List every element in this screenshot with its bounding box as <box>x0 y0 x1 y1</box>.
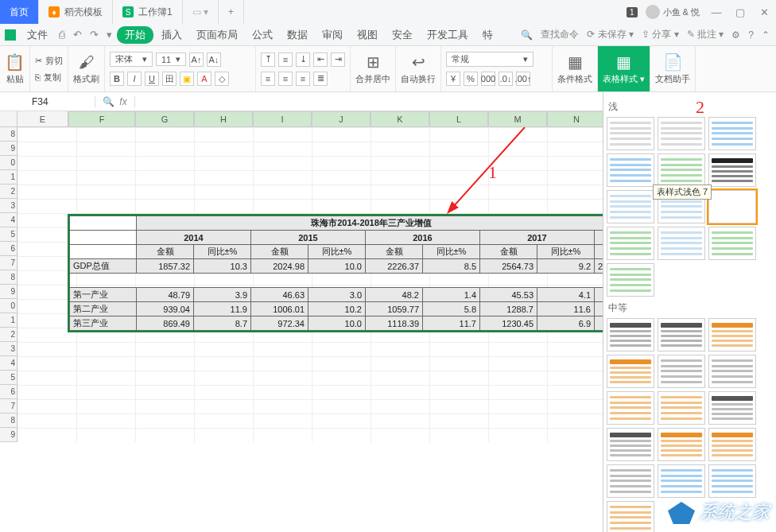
col-header-E[interactable]: E <box>17 111 68 127</box>
row-header[interactable]: 1 <box>0 170 17 184</box>
table-cell[interactable]: 8.5 <box>423 259 480 274</box>
row-header[interactable]: 4 <box>0 213 17 227</box>
search-icon[interactable]: 🔍 <box>521 29 533 41</box>
menu-special[interactable]: 特 <box>476 26 499 44</box>
increase-font-button[interactable]: A↑ <box>189 52 204 67</box>
table-cell[interactable]: 4.1 <box>537 288 595 302</box>
table-cell[interactable]: 48.2 <box>366 288 423 302</box>
table-cell[interactable]: 3.0 <box>308 288 366 302</box>
table-cell[interactable]: 3.9 <box>194 288 251 302</box>
table-cell[interactable]: 2564.73 <box>480 259 537 274</box>
decrease-decimal-button[interactable]: .0↓ <box>499 72 513 86</box>
table-style-swatch[interactable] <box>708 464 756 498</box>
thousands-button[interactable]: 000 <box>481 72 495 86</box>
name-box[interactable]: F34 <box>0 96 95 107</box>
notification-badge[interactable]: 1 <box>627 7 638 17</box>
table-style-swatch[interactable] <box>708 355 756 388</box>
table-cell[interactable]: 10.0 <box>308 259 366 274</box>
table-cell[interactable]: 2226.37 <box>366 259 423 274</box>
row-header[interactable]: 9 <box>0 285 17 299</box>
table-cell[interactable]: 1230.45 <box>480 316 537 331</box>
menu-pagelayout[interactable]: 页面布局 <box>190 26 244 44</box>
table-style-swatch[interactable] <box>607 318 654 351</box>
table-style-swatch[interactable] <box>708 117 756 150</box>
table-cell[interactable]: 1118.39 <box>366 316 423 331</box>
minimize-icon[interactable]: — <box>704 6 728 18</box>
unsaved-indicator[interactable]: ⟳ 未保存 ▾ <box>587 28 634 41</box>
row-header[interactable]: 8 <box>0 127 17 142</box>
table-cell[interactable]: 10.2 <box>308 302 366 316</box>
menu-formula[interactable]: 公式 <box>246 26 279 44</box>
col-header-H[interactable]: H <box>194 111 253 127</box>
table-cell[interactable]: 9.2 <box>537 259 595 274</box>
menu-start[interactable]: 开始 <box>117 26 153 44</box>
col-header-N[interactable]: N <box>547 111 606 127</box>
table-style-swatch[interactable] <box>607 391 654 425</box>
row-header[interactable]: 3 <box>0 342 17 356</box>
table-cell[interactable]: 10.0 <box>308 316 366 331</box>
table-style-swatch[interactable] <box>607 464 654 498</box>
percent-button[interactable]: % <box>464 72 478 86</box>
row-header[interactable]: 3 <box>0 199 17 213</box>
italic-button[interactable]: I <box>127 72 142 86</box>
row-header[interactable]: 6 <box>0 242 17 256</box>
cut-button[interactable]: ✂ 剪切 <box>35 53 63 68</box>
align-bottom-button[interactable]: ⤓ <box>296 52 310 67</box>
col-header-G[interactable]: G <box>135 111 194 127</box>
tab-workbook[interactable]: S工作簿1 <box>113 0 183 24</box>
bold-button[interactable]: B <box>110 72 124 86</box>
tab-daoketemplate[interactable]: ♦稻壳模板 <box>39 0 113 24</box>
menu-security[interactable]: 安全 <box>386 26 419 44</box>
table-style-swatch[interactable] <box>708 153 756 187</box>
indent-increase-button[interactable]: ⇥ <box>331 52 345 67</box>
currency-button[interactable]: ¥ <box>446 72 460 86</box>
table-style-swatch[interactable] <box>708 391 756 425</box>
table-style-swatch[interactable] <box>658 355 705 388</box>
table-style-swatch[interactable] <box>607 190 654 223</box>
table-cell[interactable]: 1006.01 <box>251 302 308 316</box>
fx-icon[interactable]: fx <box>119 96 126 107</box>
comment-button[interactable]: ✎ 批注 ▾ <box>687 28 724 41</box>
data-table[interactable]: 珠海市2014-2018年三产业增值 2014 2015 2016 2017 金… <box>68 214 608 332</box>
align-left-button[interactable]: ≡ <box>261 72 275 86</box>
close-icon[interactable]: ✕ <box>752 6 776 18</box>
table-style-swatch[interactable] <box>658 117 705 150</box>
maximize-icon[interactable]: ▢ <box>728 6 752 18</box>
tab-home[interactable]: 首页 <box>0 0 39 24</box>
row-header[interactable]: 0 <box>0 299 17 313</box>
number-format-select[interactable]: 常规▾ <box>446 52 534 67</box>
indent-decrease-button[interactable]: ⇤ <box>313 52 328 67</box>
row-header[interactable]: 1 <box>0 313 17 328</box>
table-style-swatch[interactable] <box>708 227 756 260</box>
border-button[interactable]: 田 <box>162 72 177 86</box>
col-header-F[interactable]: F <box>68 111 135 127</box>
row-header[interactable]: 4 <box>0 356 17 371</box>
effects-button[interactable]: ◇ <box>215 72 229 86</box>
table-cell[interactable]: 46.63 <box>251 288 308 302</box>
decrease-font-button[interactable]: A↓ <box>207 52 221 67</box>
table-style-button[interactable]: ▦表格样式 ▾ <box>598 46 650 91</box>
table-cell[interactable]: 939.04 <box>137 302 194 316</box>
table-style-swatch[interactable] <box>607 227 654 260</box>
row-header[interactable]: 0 <box>0 156 17 170</box>
row-header[interactable]: 2 <box>0 184 17 199</box>
chevron-up-icon[interactable]: ⌃ <box>762 29 770 41</box>
table-cell[interactable]: 45.53 <box>480 288 537 302</box>
doc-assistant-button[interactable]: 📄文档助手 <box>650 46 696 91</box>
table-cell[interactable]: 6.9 <box>537 316 595 331</box>
row-header[interactable]: 5 <box>0 227 17 242</box>
table-cell[interactable]: 11.7 <box>423 316 480 331</box>
search-placeholder[interactable]: 查找命令 <box>541 28 579 41</box>
table-style-swatch[interactable] <box>607 117 654 150</box>
table-cell[interactable]: 10.3 <box>194 259 251 274</box>
col-header-K[interactable]: K <box>371 111 429 127</box>
qat-undo-icon[interactable]: ↶ <box>70 29 85 41</box>
conditional-format-button[interactable]: ▦条件格式 <box>553 46 598 91</box>
tab-overflow[interactable]: ▭ ▾ <box>183 0 219 24</box>
avatar[interactable] <box>646 5 660 19</box>
col-header-M[interactable]: M <box>488 111 547 127</box>
table-style-swatch[interactable] <box>658 318 705 351</box>
menu-file[interactable]: 文件 <box>21 26 54 44</box>
table-style-swatch[interactable] <box>658 428 705 461</box>
align-middle-button[interactable]: ≡ <box>278 52 293 67</box>
